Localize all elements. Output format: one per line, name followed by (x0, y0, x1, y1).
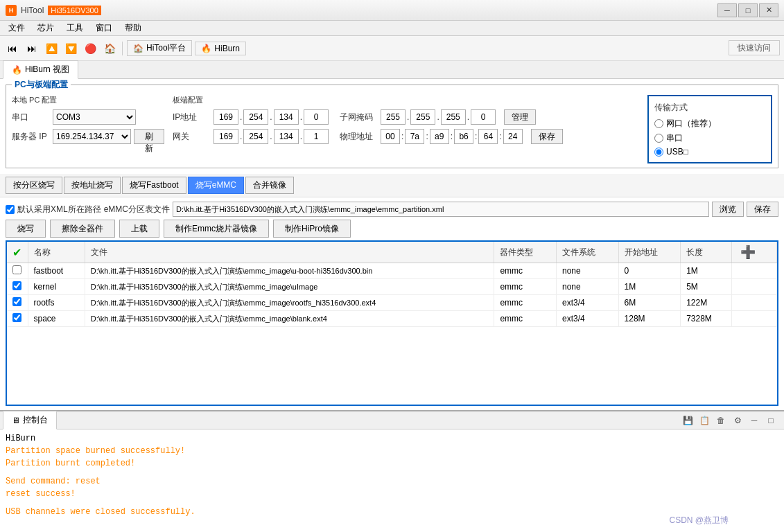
make-emmc-image-button[interactable]: 制作Emmc烧片器镜像 (164, 220, 269, 238)
console-max-btn[interactable]: □ (763, 414, 778, 427)
transfer-options: 网口（推荐） 串口 USB□ (654, 118, 765, 157)
console-save-btn[interactable]: 💾 (680, 414, 695, 427)
hiburn-button[interactable]: 🔥 HiBurn (195, 42, 246, 55)
pc-board-config-section: PC与板端配置 本地 PC 配置 串口 COM3 服务器 IP 169.254.… (6, 85, 778, 168)
table-row: fastboot D:\kh.itt.基于Hi3516DV300的嵌入式入门演练… (7, 263, 777, 279)
subnet-seg-1[interactable] (381, 109, 406, 125)
upload-button[interactable]: 上载 (119, 220, 159, 238)
erase-button[interactable]: 擦除全器件 (50, 220, 115, 238)
subnet-seg-3[interactable] (441, 109, 466, 125)
xml-checkbox[interactable] (6, 205, 15, 214)
serial-label: 串口 (12, 112, 50, 123)
radio-serial[interactable]: 串口 (654, 132, 765, 144)
mac-seg-5[interactable] (478, 129, 498, 144)
gw-seg-1[interactable] (214, 129, 238, 144)
gateway-label: 网关 (173, 131, 211, 143)
tab-merge-image[interactable]: 合并镜像 (245, 177, 294, 194)
save-xml-button[interactable]: 保存 (747, 202, 778, 217)
menu-help[interactable]: 帮助 (119, 21, 147, 35)
radio-serial-input[interactable] (654, 134, 663, 143)
radio-network[interactable]: 网口（推荐） (654, 118, 765, 130)
table-row: rootfs D:\kh.itt.基于Hi3516DV300的嵌入式入门演练\e… (7, 295, 777, 311)
subnet-seg-4[interactable] (471, 109, 496, 125)
add-row-button[interactable]: ➕ (738, 245, 758, 259)
board-label: 板端配置 (173, 95, 639, 105)
menu-file[interactable]: 文件 (3, 21, 31, 35)
row-file-3: D:\kh.itt.基于Hi3516DV300的嵌入式入门演练\emmc_ima… (85, 311, 494, 327)
gw-seg-2[interactable] (243, 129, 268, 144)
mac-label: 物理地址 (340, 131, 378, 143)
title-bar-left: H HiTool Hi3516DV300 (6, 5, 101, 16)
col-add: ➕ (732, 242, 777, 263)
minimize-button[interactable]: ─ (717, 3, 737, 17)
mac-seg-4[interactable] (454, 129, 473, 144)
menu-chip[interactable]: 芯片 (32, 21, 60, 35)
row-checkbox-0[interactable] (12, 265, 21, 274)
hiburn-view-tab[interactable]: 🔥 HiBurn 视图 (3, 60, 78, 79)
ip-seg-2[interactable] (243, 109, 268, 125)
toolbar: ⏮ ⏭ 🔼 🔽 🔴 🏠 🏠 HiTool平台 🔥 HiBurn 快速访问 (0, 36, 784, 61)
header-check-icon[interactable]: ✔ (12, 247, 21, 258)
subnet-seg-2[interactable] (410, 109, 435, 125)
gw-seg-4[interactable] (304, 129, 329, 144)
console-min-btn[interactable]: ─ (747, 414, 762, 427)
console-copy-btn[interactable]: 📋 (697, 414, 712, 427)
console-icon: 🖥 (12, 416, 20, 425)
toolbar-btn-down[interactable]: 🔽 (62, 40, 79, 57)
xml-path-input[interactable] (173, 202, 709, 217)
toolbar-btn-record[interactable]: 🔴 (82, 40, 98, 57)
xml-btns: 浏览 保存 (712, 202, 778, 217)
mac-seg-1[interactable] (381, 129, 400, 144)
row-start-1: 1M (618, 279, 681, 295)
row-fs-3: ext3/4 (556, 311, 618, 327)
radio-network-label: 网口（推荐） (666, 118, 716, 130)
title-controls: ─ □ ✕ (717, 3, 778, 17)
row-checkbox-2[interactable] (12, 297, 21, 306)
hiburn-label: HiBurn (214, 44, 240, 53)
row-checkbox-1[interactable] (12, 281, 21, 290)
ip-seg-4[interactable] (304, 109, 329, 125)
burn-button[interactable]: 烧写 (6, 220, 46, 238)
hitool-platform-button[interactable]: 🏠 HiTool平台 (127, 40, 192, 56)
console-line-7: USB channels were closed successfully. (6, 506, 778, 518)
watermark: CSDN @燕卫博 (669, 515, 729, 526)
row-file-1: D:\kh.itt.基于Hi3516DV300的嵌入式入门演练\emmc_ima… (85, 279, 494, 295)
ip-seg-3[interactable] (274, 109, 299, 125)
toolbar-btn-next[interactable]: ⏭ (24, 40, 40, 57)
radio-network-input[interactable] (654, 119, 663, 128)
toolbar-btn-up[interactable]: 🔼 (43, 40, 60, 57)
close-button[interactable]: ✕ (759, 3, 778, 17)
maximize-button[interactable]: □ (738, 3, 758, 17)
menu-window[interactable]: 窗口 (90, 21, 118, 35)
mac-seg-3[interactable] (430, 129, 449, 144)
mac-seg-6[interactable] (503, 129, 523, 144)
radio-usb[interactable]: USB□ (654, 147, 765, 157)
browse-button[interactable]: 浏览 (712, 202, 744, 217)
toolbar-btn-prev[interactable]: ⏮ (4, 40, 21, 57)
server-ip-select[interactable]: 169.254.134.37 (53, 129, 131, 144)
table-row: space D:\kh.itt.基于Hi3516DV300的嵌入式入门演练\em… (7, 311, 777, 327)
tab-address-burn[interactable]: 按地址烧写 (64, 177, 121, 194)
console-tab[interactable]: 🖥 控制台 (3, 411, 57, 429)
console-clear-btn[interactable]: 🗑 (713, 414, 729, 427)
hiburn-icon: 🔥 (201, 44, 211, 53)
emmc-table: ✔ 名称 文件 器件类型 文件系统 开始地址 长度 ➕ (6, 240, 778, 406)
manage-button[interactable]: 管理 (504, 109, 536, 125)
refresh-button[interactable]: 刷新 (134, 129, 164, 144)
tab-emmc-burn[interactable]: 烧写eMMC (188, 177, 244, 194)
radio-usb-input[interactable] (654, 148, 663, 157)
console-settings-btn[interactable]: ⚙ (730, 414, 745, 427)
toolbar-btn-home[interactable]: 🏠 (101, 40, 118, 57)
serial-select[interactable]: COM3 (53, 109, 136, 125)
menu-tools[interactable]: 工具 (61, 21, 89, 35)
tab-partition-burn[interactable]: 按分区烧写 (6, 177, 62, 194)
save-board-button[interactable]: 保存 (531, 129, 563, 144)
make-hipro-image-button[interactable]: 制作HiPro镜像 (273, 220, 351, 238)
ip-seg-1[interactable] (214, 109, 238, 125)
row-checkbox-3[interactable] (12, 313, 21, 322)
tab-fastboot-burn[interactable]: 烧写Fastboot (122, 177, 186, 194)
row-fs-2: ext3/4 (556, 295, 618, 311)
gw-seg-3[interactable] (274, 129, 299, 144)
serial-row: 串口 COM3 (12, 109, 164, 125)
mac-seg-2[interactable] (405, 129, 424, 144)
